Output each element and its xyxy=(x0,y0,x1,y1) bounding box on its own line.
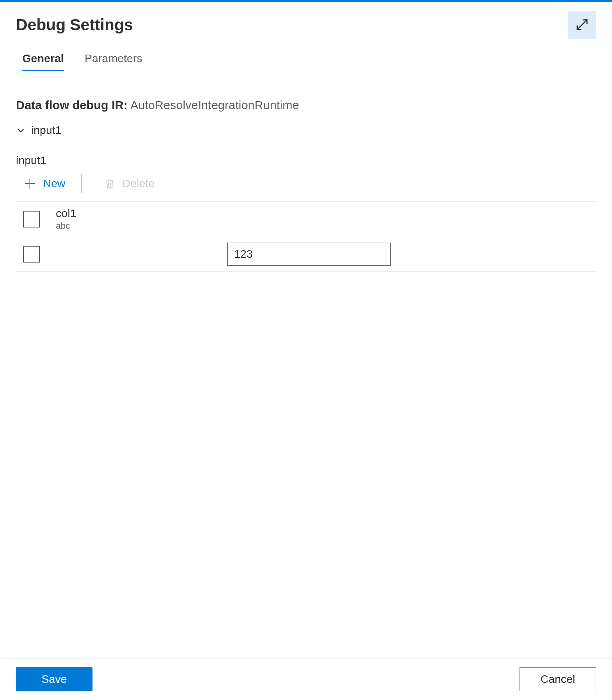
footer: Save Cancel xyxy=(0,658,612,700)
column-type: abc xyxy=(56,221,227,231)
debug-ir-value: AutoResolveIntegrationRuntime xyxy=(130,98,299,112)
column-value-input[interactable] xyxy=(227,243,391,266)
trash-icon xyxy=(104,178,115,189)
new-button-label: New xyxy=(43,177,65,190)
section-expander-label: input1 xyxy=(31,124,61,137)
tab-general[interactable]: General xyxy=(22,52,64,71)
table-toolbar: New Delete xyxy=(16,174,596,202)
column-name: col1 xyxy=(56,207,227,220)
save-button[interactable]: Save xyxy=(16,667,92,691)
header-row: Debug Settings xyxy=(0,2,612,39)
expand-button[interactable] xyxy=(568,11,596,39)
debug-ir-row: Data flow debug IR: AutoResolveIntegrati… xyxy=(16,98,596,112)
tab-parameters[interactable]: Parameters xyxy=(85,52,142,71)
plus-icon xyxy=(24,178,36,190)
expand-icon xyxy=(574,16,590,33)
content: Data flow debug IR: AutoResolveIntegrati… xyxy=(0,71,612,658)
table-row xyxy=(16,237,596,272)
section-expander[interactable]: input1 xyxy=(16,124,596,137)
tabs: General Parameters xyxy=(0,39,612,71)
cancel-button[interactable]: Cancel xyxy=(520,667,596,691)
row-checkbox[interactable] xyxy=(23,246,40,263)
delete-button-label: Delete xyxy=(122,177,155,190)
debug-settings-panel: Debug Settings General Parameters Data f… xyxy=(0,2,612,700)
page-title: Debug Settings xyxy=(16,16,133,34)
debug-ir-label: Data flow debug IR: xyxy=(16,98,128,112)
chevron-down-icon xyxy=(16,125,26,135)
columns-table: col1 abc xyxy=(16,202,596,272)
select-all-checkbox[interactable] xyxy=(23,211,40,227)
new-button[interactable]: New xyxy=(16,176,67,191)
toolbar-separator xyxy=(81,174,82,193)
column-header-cell: col1 abc xyxy=(56,207,227,231)
table-header-row: col1 abc xyxy=(16,202,596,237)
section-name: input1 xyxy=(16,154,596,167)
delete-button: Delete xyxy=(96,176,156,191)
